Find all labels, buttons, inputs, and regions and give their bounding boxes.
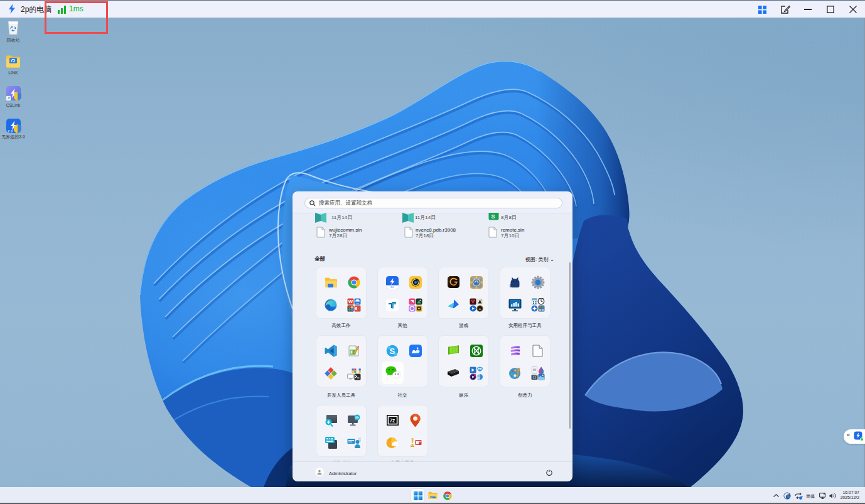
svg-text:S: S bbox=[492, 213, 495, 220]
svg-text:W: W bbox=[348, 299, 353, 304]
svg-text:S: S bbox=[389, 346, 395, 356]
svg-text:7z: 7z bbox=[389, 417, 395, 424]
svg-text:3.0: 3.0 bbox=[390, 286, 394, 289]
svg-text:2.0: 2.0 bbox=[8, 129, 13, 133]
